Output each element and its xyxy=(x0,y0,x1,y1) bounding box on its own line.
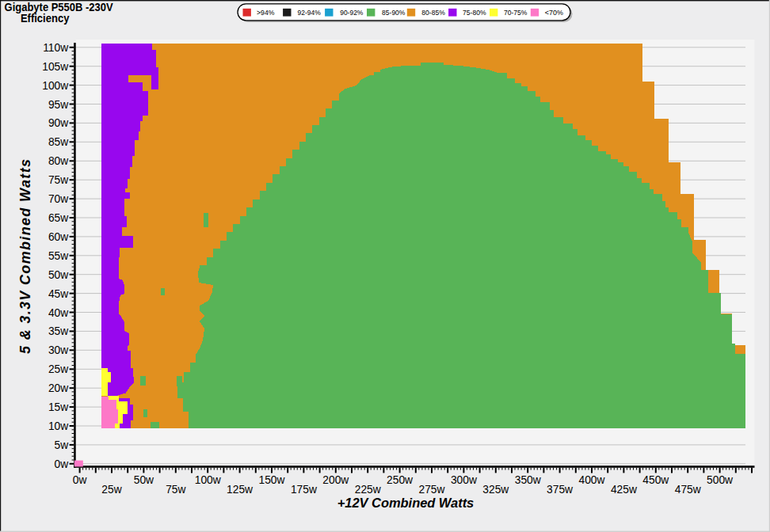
svg-text:0w: 0w xyxy=(55,458,69,470)
svg-text:55w: 55w xyxy=(48,250,68,262)
svg-text:90w: 90w xyxy=(48,117,68,129)
svg-text:>94%: >94% xyxy=(257,8,275,17)
svg-text:225w: 225w xyxy=(355,484,381,496)
svg-text:275w: 275w xyxy=(419,484,445,496)
svg-text:70-75%: 70-75% xyxy=(504,8,528,17)
svg-text:92-94%: 92-94% xyxy=(298,8,322,17)
svg-text:10w: 10w xyxy=(48,420,68,432)
svg-text:85-90%: 85-90% xyxy=(382,8,406,17)
svg-text:125w: 125w xyxy=(227,484,253,496)
svg-text:20w: 20w xyxy=(48,382,68,394)
svg-text:400w: 400w xyxy=(579,474,605,486)
svg-text:75w: 75w xyxy=(48,174,68,186)
svg-text:50w: 50w xyxy=(48,269,68,281)
svg-text:250w: 250w xyxy=(387,474,413,486)
svg-text:15w: 15w xyxy=(48,401,68,413)
svg-text:80-85%: 80-85% xyxy=(421,8,445,17)
svg-text:300w: 300w xyxy=(451,474,477,486)
svg-text:25w: 25w xyxy=(48,363,68,375)
svg-text:90-92%: 90-92% xyxy=(340,8,363,17)
svg-text:80w: 80w xyxy=(48,155,68,167)
svg-text:5 & 3.3V Combined Watts: 5 & 3.3V Combined Watts xyxy=(17,159,33,354)
svg-text:35w: 35w xyxy=(48,325,68,337)
svg-text:+12V Combined Watts: +12V Combined Watts xyxy=(337,496,475,510)
svg-text:50w: 50w xyxy=(134,474,154,486)
svg-text:150w: 150w xyxy=(259,474,285,486)
svg-text:95w: 95w xyxy=(48,99,68,111)
svg-text:0w: 0w xyxy=(73,474,87,486)
svg-text:60w: 60w xyxy=(48,231,68,243)
svg-text:75-80%: 75-80% xyxy=(463,8,486,17)
svg-text:65w: 65w xyxy=(48,212,68,224)
svg-text:350w: 350w xyxy=(515,474,541,486)
svg-text:Efficiency: Efficiency xyxy=(21,12,70,25)
svg-text:70w: 70w xyxy=(48,193,68,205)
svg-text:105w: 105w xyxy=(42,61,68,73)
svg-text:325w: 325w xyxy=(482,484,509,496)
svg-text:425w: 425w xyxy=(611,484,637,496)
svg-text:475w: 475w xyxy=(675,484,701,496)
svg-text:40w: 40w xyxy=(48,307,68,319)
svg-text:45w: 45w xyxy=(48,288,68,300)
svg-text:100w: 100w xyxy=(42,80,68,92)
svg-text:100w: 100w xyxy=(195,474,221,486)
svg-text:450w: 450w xyxy=(642,474,669,486)
svg-text:175w: 175w xyxy=(291,484,317,496)
svg-text:375w: 375w xyxy=(547,484,573,496)
svg-text:110w: 110w xyxy=(43,42,68,54)
svg-text:500w: 500w xyxy=(707,474,733,486)
svg-text:<70%: <70% xyxy=(545,8,563,17)
svg-text:85w: 85w xyxy=(48,136,68,148)
svg-text:200w: 200w xyxy=(322,474,349,486)
svg-text:75w: 75w xyxy=(166,484,185,496)
svg-text:30w: 30w xyxy=(48,344,68,356)
svg-text:25w: 25w xyxy=(101,484,121,496)
svg-text:5w: 5w xyxy=(55,439,69,451)
